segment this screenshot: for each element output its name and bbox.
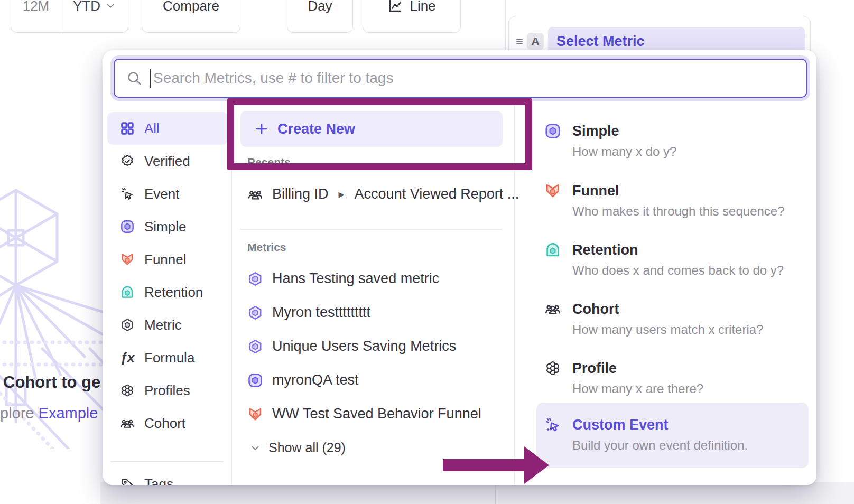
type-name: Custom Event bbox=[572, 417, 669, 433]
day-label: Day bbox=[308, 0, 332, 14]
cohort-people-icon bbox=[120, 416, 135, 431]
line-label: Line bbox=[410, 0, 435, 14]
event-cursor-icon bbox=[120, 186, 135, 201]
retention-metric-icon bbox=[120, 285, 135, 300]
recent-item-billing-id[interactable]: Billing ID ▸ Account Viewed Report ... bbox=[247, 186, 519, 202]
simple-metric-icon bbox=[247, 372, 263, 388]
type-item-profile[interactable]: Profile How many x are there? bbox=[544, 360, 809, 396]
panel-divider-top bbox=[505, 0, 506, 51]
funnel-metric-icon bbox=[120, 252, 135, 267]
sidebar-item-all[interactable]: All bbox=[107, 112, 228, 145]
metric-item-label: myronQA test bbox=[272, 372, 359, 388]
column-divider-left bbox=[231, 103, 232, 485]
profiles-cluster-icon bbox=[120, 383, 135, 398]
simple-metric-icon bbox=[544, 123, 561, 139]
formula-fx-icon: ƒx bbox=[120, 350, 135, 365]
sidebar-item-formula[interactable]: ƒx Formula bbox=[107, 341, 228, 374]
verified-badge-icon bbox=[120, 154, 135, 169]
screen: 12M YTD Compare Day Line A Select Metric bbox=[0, 0, 854, 504]
range-ytd-button[interactable]: YTD bbox=[61, 0, 128, 32]
sidebar-label: Profiles bbox=[144, 382, 190, 399]
type-item-funnel[interactable]: Funnel Who makes it through this sequenc… bbox=[544, 182, 809, 219]
range-12m-button[interactable]: 12M bbox=[11, 0, 61, 32]
metric-picker-dialog: All Verified Event Simple Funnel Retenti… bbox=[103, 50, 816, 485]
compare-label: Compare bbox=[163, 0, 219, 14]
sidebar-item-verified[interactable]: Verified bbox=[107, 145, 228, 178]
sidebar-item-profiles[interactable]: Profiles bbox=[107, 374, 228, 407]
custom-event-cursor-icon bbox=[544, 416, 561, 433]
sidebar-item-tags[interactable]: Tags bbox=[107, 468, 228, 485]
compare-button[interactable]: Compare bbox=[142, 0, 240, 33]
type-name: Funnel bbox=[572, 183, 619, 199]
recent-source: Billing ID bbox=[272, 186, 329, 202]
type-desc: Who makes it through this sequence? bbox=[572, 204, 809, 219]
type-desc: Who does x and comes back to do y? bbox=[572, 263, 809, 278]
recents-section-label: Recents bbox=[247, 156, 291, 169]
type-item-cohort[interactable]: Cohort How many users match x criteria? bbox=[544, 301, 809, 337]
metric-list-item[interactable]: Unique Users Saving Metrics bbox=[247, 338, 456, 354]
create-new-button[interactable]: Create New bbox=[240, 111, 503, 147]
granularity-day-button[interactable]: Day bbox=[287, 0, 353, 33]
metrics-section-label: Metrics bbox=[247, 241, 286, 254]
grid-icon bbox=[120, 121, 135, 136]
profiles-cluster-icon bbox=[544, 360, 561, 377]
sidebar-item-metric[interactable]: Metric bbox=[107, 309, 228, 341]
example-link[interactable]: Example bbox=[39, 405, 98, 422]
type-name: Simple bbox=[572, 123, 619, 139]
plus-icon bbox=[254, 122, 269, 136]
sidebar-item-cohort[interactable]: Cohort bbox=[107, 407, 228, 440]
select-metric-label: Select Metric bbox=[556, 33, 645, 50]
column-divider-right bbox=[514, 103, 515, 485]
saved-metric-hexagon-icon bbox=[247, 339, 263, 354]
sidebar-label: Funnel bbox=[144, 251, 187, 268]
sidebar-item-funnel[interactable]: Funnel bbox=[107, 243, 228, 276]
category-sidebar: All Verified Event Simple Funnel Retenti… bbox=[107, 112, 228, 440]
type-desc: How many x do y? bbox=[572, 144, 809, 159]
saved-metric-hexagon-icon bbox=[247, 305, 263, 321]
sidebar-item-simple[interactable]: Simple bbox=[107, 210, 228, 243]
sidebar-label: Verified bbox=[144, 153, 190, 170]
metric-list-item[interactable]: Hans Testing saved metric bbox=[247, 270, 439, 287]
recent-target: Account Viewed Report ... bbox=[355, 186, 519, 202]
search-input[interactable] bbox=[151, 70, 806, 87]
line-chart-icon bbox=[387, 0, 403, 14]
sidebar-label: Formula bbox=[144, 350, 194, 366]
sidebar-item-retention[interactable]: Retention bbox=[107, 276, 228, 309]
subline-text-fragment: plore bbox=[0, 405, 39, 422]
metric-item-label: Myron testtttttttt bbox=[272, 304, 370, 321]
sidebar-label: Cohort bbox=[144, 415, 185, 432]
sidebar-label: All bbox=[144, 120, 160, 137]
metric-list-item[interactable]: WW Test Saved Behavior Funnel bbox=[247, 406, 481, 422]
range-ytd-label: YTD bbox=[73, 0, 100, 14]
date-range-control: 12M YTD bbox=[11, 0, 128, 33]
sidebar-divider bbox=[110, 461, 224, 462]
sidebar-item-event[interactable]: Event bbox=[107, 178, 228, 210]
type-item-simple[interactable]: Simple How many x do y? bbox=[544, 123, 809, 159]
background-subline: plore Example bbox=[0, 405, 98, 422]
chart-type-line-button[interactable]: Line bbox=[363, 0, 461, 33]
series-badge: A bbox=[527, 33, 544, 50]
retention-metric-icon bbox=[544, 241, 561, 258]
create-new-label: Create New bbox=[277, 121, 355, 137]
type-item-custom-event[interactable]: Custom Event Build your own event defini… bbox=[536, 403, 809, 468]
metric-item-label: Unique Users Saving Metrics bbox=[272, 338, 456, 354]
drag-handle-icon[interactable] bbox=[513, 35, 526, 48]
tag-icon bbox=[120, 477, 135, 485]
type-desc: How many users match x criteria? bbox=[572, 322, 809, 337]
recents-divider bbox=[240, 229, 502, 230]
type-name: Cohort bbox=[572, 301, 619, 318]
metric-list-item[interactable]: Myron testtttttttt bbox=[247, 304, 370, 321]
type-name: Profile bbox=[572, 360, 617, 377]
metric-list-item[interactable]: myronQA test bbox=[247, 372, 359, 388]
funnel-metric-icon bbox=[544, 182, 561, 199]
sidebar-label: Event bbox=[144, 186, 180, 202]
sidebar-label: Tags bbox=[144, 476, 173, 486]
funnel-metric-icon bbox=[247, 406, 263, 422]
sidebar-label: Simple bbox=[144, 219, 186, 235]
caret-right-icon: ▸ bbox=[339, 188, 345, 201]
show-all-toggle[interactable]: Show all (29) bbox=[249, 440, 346, 455]
cohort-people-icon bbox=[544, 301, 561, 318]
type-item-retention[interactable]: Retention Who does x and comes back to d… bbox=[544, 241, 809, 278]
type-desc: Build your own event definition. bbox=[572, 438, 809, 453]
saved-metric-hexagon-icon bbox=[247, 271, 263, 287]
